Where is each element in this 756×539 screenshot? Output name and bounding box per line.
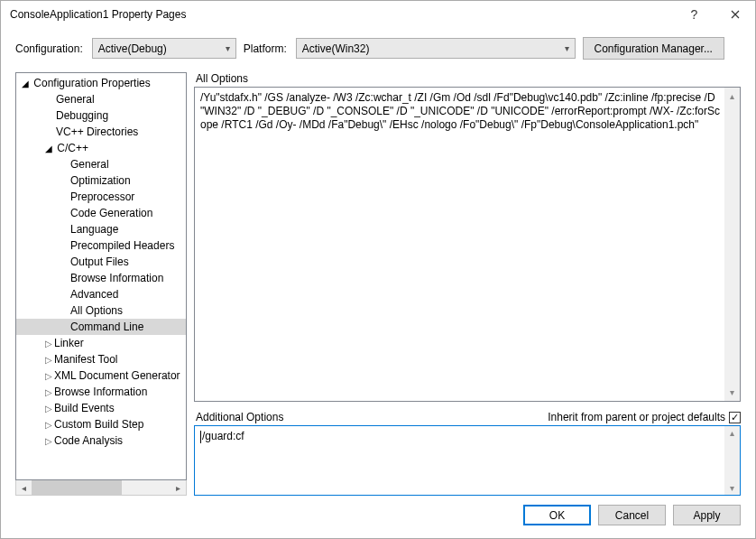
scroll-up-icon[interactable]: ▴ — [730, 428, 734, 438]
configuration-label: Configuration: — [15, 42, 83, 55]
scroll-left-icon[interactable]: ◂ — [16, 480, 32, 495]
platform-combo[interactable]: Active(Win32) ▾ — [296, 38, 576, 59]
tree-item[interactable]: ▷Manifest Tool — [16, 351, 186, 367]
tree-item-command-line[interactable]: Command Line — [16, 319, 186, 335]
all-options-label: All Options — [196, 72, 741, 85]
expand-icon[interactable]: ▷ — [43, 336, 54, 352]
expand-icon[interactable]: ▷ — [43, 433, 54, 450]
tree-item-cc[interactable]: ◢ C/C++ — [16, 140, 186, 156]
close-icon — [731, 10, 740, 19]
additional-options-scrollbar[interactable]: ▴ ▾ — [724, 426, 740, 495]
property-tree[interactable]: ◢ Configuration Properties General Debug… — [15, 72, 187, 480]
tree-item[interactable]: Advanced — [16, 286, 186, 302]
expand-icon[interactable]: ◢ — [43, 141, 54, 157]
tree-item[interactable]: ▷Custom Build Step — [16, 416, 186, 432]
scroll-down-icon[interactable]: ▾ — [730, 386, 734, 399]
property-pages-window: ConsoleApplication1 Property Pages ? Con… — [0, 0, 756, 539]
scroll-right-icon[interactable]: ▸ — [171, 480, 186, 495]
tree-item[interactable]: ▷Build Events — [16, 400, 186, 416]
tree-item[interactable]: Debugging — [16, 107, 186, 124]
additional-options-label: Additional Options — [196, 411, 283, 423]
dialog-footer: OK Cancel Apply — [1, 496, 755, 538]
help-button[interactable]: ? — [674, 1, 715, 28]
tree-item[interactable]: Code Generation — [16, 205, 186, 221]
tree-item[interactable]: General — [16, 91, 186, 107]
scroll-down-icon[interactable]: ▾ — [730, 483, 734, 493]
tree-item[interactable]: VC++ Directories — [16, 124, 186, 140]
close-button[interactable] — [715, 1, 755, 28]
tree-item[interactable]: ▷Linker — [16, 335, 186, 351]
tree-item[interactable]: All Options — [16, 302, 186, 319]
check-icon: ✓ — [731, 413, 739, 423]
tree-item[interactable]: General — [16, 156, 186, 172]
tree-item[interactable]: Preprocessor — [16, 189, 186, 205]
text-cursor — [200, 431, 201, 443]
chevron-down-icon: ▾ — [565, 43, 569, 53]
expand-icon[interactable]: ▷ — [43, 368, 54, 385]
expand-icon[interactable]: ◢ — [20, 76, 31, 92]
expand-icon[interactable]: ▷ — [43, 417, 54, 433]
scroll-up-icon[interactable]: ▴ — [730, 89, 734, 103]
additional-options-text: /guard:cf — [202, 430, 244, 442]
tree-item[interactable]: ▷Code Analysis — [16, 432, 186, 449]
tree-horizontal-scrollbar[interactable]: ◂ ▸ — [15, 480, 187, 496]
inherit-checkbox[interactable]: ✓ — [729, 412, 741, 423]
inherit-label: Inherit from parent or project defaults — [548, 411, 725, 423]
expand-icon[interactable]: ▷ — [43, 385, 54, 401]
platform-label: Platform: — [244, 42, 287, 55]
tree-item[interactable]: Output Files — [16, 254, 186, 270]
additional-options-textbox[interactable]: /guard:cf ▴ ▾ — [194, 425, 741, 496]
scroll-thumb[interactable] — [32, 480, 122, 495]
chevron-down-icon: ▾ — [226, 43, 230, 53]
platform-value: Active(Win32) — [302, 42, 370, 55]
cancel-button[interactable]: Cancel — [598, 505, 666, 525]
tree-item[interactable]: Optimization — [16, 172, 186, 189]
configuration-combo[interactable]: Active(Debug) ▾ — [92, 38, 236, 59]
configuration-manager-button[interactable]: Configuration Manager... — [583, 37, 724, 60]
tree-item[interactable]: ▷XML Document Generator — [16, 367, 186, 384]
titlebar: ConsoleApplication1 Property Pages ? — [1, 1, 755, 28]
window-title: ConsoleApplication1 Property Pages — [10, 8, 674, 21]
tree-item[interactable]: Browse Information — [16, 270, 186, 286]
expand-icon[interactable]: ▷ — [43, 401, 54, 417]
all-options-scrollbar[interactable]: ▴ ▾ — [724, 88, 740, 401]
apply-button[interactable]: Apply — [673, 505, 741, 525]
configuration-value: Active(Debug) — [98, 42, 167, 55]
tree-item[interactable]: Language — [16, 221, 186, 237]
tree-root[interactable]: ◢ Configuration Properties — [16, 75, 186, 91]
tree-item[interactable]: Precompiled Headers — [16, 237, 186, 254]
tree-item[interactable]: ▷Browse Information — [16, 384, 186, 400]
config-row: Configuration: Active(Debug) ▾ Platform:… — [1, 28, 755, 67]
all-options-textbox[interactable]: /Yu"stdafx.h" /GS /analyze- /W3 /Zc:wcha… — [194, 87, 741, 402]
ok-button[interactable]: OK — [523, 505, 591, 525]
expand-icon[interactable]: ▷ — [43, 352, 54, 368]
all-options-text: /Yu"stdafx.h" /GS /analyze- /W3 /Zc:wcha… — [200, 91, 720, 131]
